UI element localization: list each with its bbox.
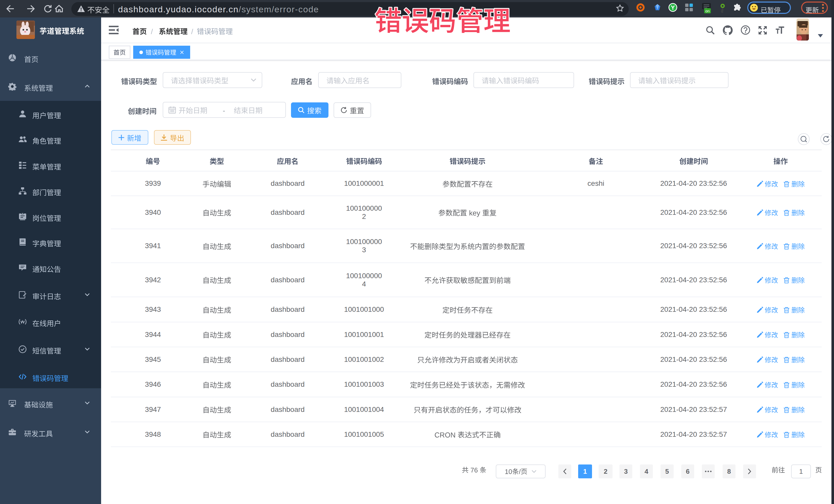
svg-text:on: on bbox=[705, 9, 710, 13]
